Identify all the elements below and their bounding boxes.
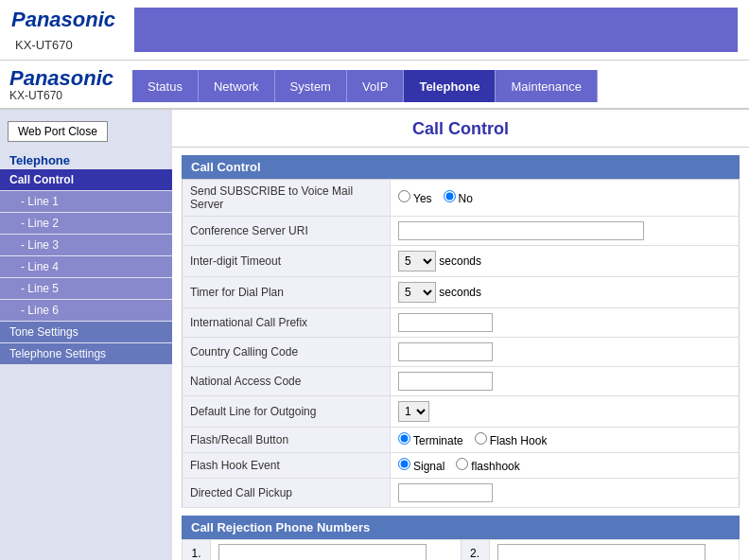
- call-rejection-section-header: Call Rejection Phone Numbers: [182, 516, 740, 539]
- table-row: Default Line for Outgoing123456: [183, 396, 740, 428]
- nav-item-network[interactable]: Network: [199, 70, 275, 102]
- field-label: Timer for Dial Plan: [183, 277, 391, 308]
- field-value[interactable]: [391, 367, 740, 396]
- seconds-select[interactable]: 12345678910: [398, 282, 436, 303]
- field-label: Flash/Recall Button: [183, 428, 391, 453]
- field-value[interactable]: [391, 308, 740, 338]
- call-control-section-header: Call Control: [182, 155, 740, 179]
- field-value[interactable]: [391, 338, 740, 367]
- rejection-input[interactable]: [497, 544, 705, 560]
- table-row: Country Calling Code: [183, 338, 740, 367]
- table-row: Directed Call Pickup: [183, 479, 740, 508]
- sidebar-item---line-6[interactable]: - Line 6: [0, 300, 172, 321]
- sidebar-item-telephone-settings[interactable]: Telephone Settings: [0, 343, 172, 364]
- table-row: National Access Code: [183, 367, 740, 396]
- text-input[interactable]: [398, 483, 493, 502]
- sidebar-section-label: Telephone: [0, 148, 172, 169]
- seconds-select[interactable]: 12345678910: [398, 251, 436, 271]
- field-value[interactable]: [391, 217, 740, 246]
- header-bar: Panasonic KX-UT670 StatusNetworkSystemVo…: [0, 61, 749, 110]
- field-label: National Access Code: [183, 367, 391, 396]
- web-port-close-button[interactable]: Web Port Close: [8, 121, 108, 142]
- field-label: Directed Call Pickup: [183, 479, 391, 508]
- text-input[interactable]: [398, 372, 493, 391]
- sidebar-item---line-5[interactable]: - Line 5: [0, 278, 172, 299]
- table-row: Timer for Dial Plan12345678910 seconds: [183, 277, 740, 308]
- table-row: Flash Hook EventSignalflashhook: [183, 453, 740, 479]
- nav-item-telephone[interactable]: Telephone: [404, 70, 496, 102]
- field-label: Send SUBSCRIBE to Voice Mail Server: [183, 180, 391, 217]
- sidebar-item---line-1[interactable]: - Line 1: [0, 191, 172, 212]
- nav: [134, 8, 738, 52]
- model: KX-UT670: [15, 38, 115, 52]
- table-row: Send SUBSCRIBE to Voice Mail ServerYesNo: [183, 180, 740, 217]
- table-row: Flash/Recall ButtonTerminateFlash Hook: [183, 428, 740, 453]
- field-label: Country Calling Code: [183, 338, 391, 367]
- field-value[interactable]: [391, 479, 740, 508]
- field-label: Flash Hook Event: [183, 453, 391, 479]
- field-label: Inter-digit Timeout: [183, 246, 391, 277]
- sidebar-items: Call Control- Line 1- Line 2- Line 3- Li…: [0, 169, 172, 364]
- sidebar-item-call-control[interactable]: Call Control: [0, 169, 172, 190]
- field-value[interactable]: TerminateFlash Hook: [391, 428, 740, 453]
- sidebar-item---line-4[interactable]: - Line 4: [0, 256, 172, 277]
- field-label: Default Line for Outgoing: [183, 396, 391, 428]
- field-label: International Call Prefix: [183, 308, 391, 338]
- sidebar-item-tone-settings[interactable]: Tone Settings: [0, 322, 172, 342]
- field-value[interactable]: 12345678910 seconds: [391, 246, 740, 277]
- line-select[interactable]: 123456: [398, 401, 429, 422]
- text-input[interactable]: [398, 313, 493, 332]
- table-row: Inter-digit Timeout12345678910 seconds: [183, 246, 740, 277]
- nav-item-status[interactable]: Status: [132, 70, 199, 102]
- field-value[interactable]: 12345678910 seconds: [391, 277, 740, 308]
- logo: Panasonic: [9, 66, 113, 91]
- main-content: Call Control Call Control Send SUBSCRIBE…: [172, 110, 749, 560]
- field-label: Conference Server URI: [183, 217, 391, 246]
- text-input[interactable]: [398, 221, 644, 240]
- rejection-input[interactable]: [218, 544, 427, 560]
- logo: Panasonic: [11, 8, 115, 32]
- nav-item-voip[interactable]: VoIP: [347, 70, 404, 102]
- nav-item-system[interactable]: System: [275, 70, 347, 102]
- rejection-number: 2.: [461, 540, 489, 561]
- call-control-table: Send SUBSCRIBE to Voice Mail ServerYesNo…: [182, 179, 740, 508]
- sidebar-item---line-2[interactable]: - Line 2: [0, 213, 172, 234]
- field-value[interactable]: YesNo: [391, 180, 740, 217]
- model: KX-UT670: [9, 89, 113, 102]
- call-rejection-table: 1.2.3.4.: [182, 539, 740, 560]
- table-row: 1.2.: [183, 540, 740, 561]
- header: Panasonic KX-UT670: [0, 0, 749, 61]
- rejection-number: 1.: [183, 540, 211, 561]
- sidebar-item---line-3[interactable]: - Line 3: [0, 235, 172, 255]
- nav-bar: StatusNetworkSystemVoIPTelephoneMaintena…: [132, 70, 740, 102]
- table-row: International Call Prefix: [183, 308, 740, 338]
- text-input[interactable]: [398, 342, 493, 361]
- field-value[interactable]: Signalflashhook: [391, 453, 740, 479]
- nav-item-maintenance[interactable]: Maintenance: [496, 70, 597, 102]
- sidebar: Web Port Close Telephone Call Control- L…: [0, 110, 172, 560]
- field-value[interactable]: 123456: [391, 396, 740, 428]
- page-title: Call Control: [172, 110, 749, 148]
- table-row: Conference Server URI: [183, 217, 740, 246]
